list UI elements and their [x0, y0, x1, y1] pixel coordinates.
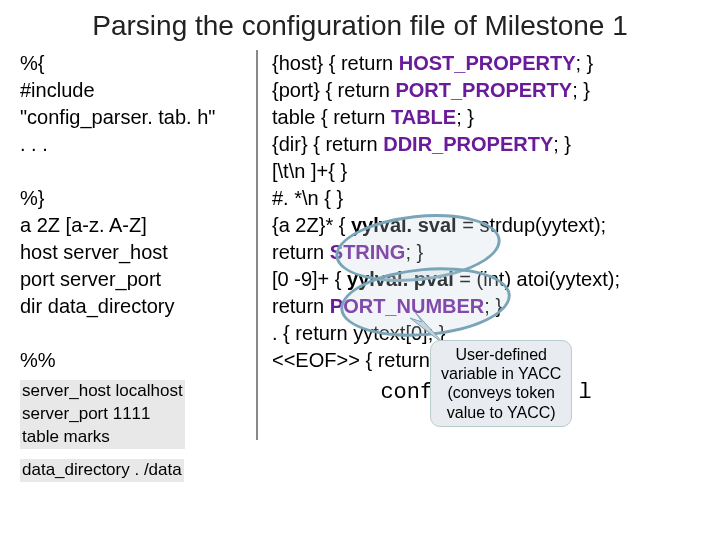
code-line: %{ [20, 50, 250, 77]
code-line: %% [20, 347, 250, 374]
code-line: [0 -9]+ { yylval. pval = (int) atoi(yyte… [272, 266, 700, 293]
code-line: {a 2Z}* { yylval. sval = strdup(yytext); [272, 212, 700, 239]
config-snippet: data_directory . /data [20, 459, 184, 482]
code-line: {dir} { return DDIR_PROPERTY; } [272, 131, 700, 158]
token: TABLE [391, 106, 456, 128]
cfg-line: server_port 1111 [22, 403, 183, 426]
code-line: {port} { return PORT_PROPERTY; } [272, 77, 700, 104]
token: STRING [330, 241, 406, 263]
callout-line: (conveys token [441, 383, 561, 402]
callout-line: variable in YACC [441, 364, 561, 383]
code-line: #. *\n { } [272, 185, 700, 212]
code-line: [\t\n ]+{ } [272, 158, 700, 185]
content-area: %{ #include "config_parser. tab. h" . . … [20, 50, 700, 482]
callout-line: value to YACC) [441, 403, 561, 422]
slide-title: Parsing the configuration file of Milest… [20, 10, 700, 42]
token: PORT_PROPERTY [395, 79, 572, 101]
code-line: {host} { return HOST_PROPERTY; } [272, 50, 700, 77]
code-line: return PORT_NUMBER; } [272, 293, 700, 320]
yylval-sval: yylval. sval [351, 214, 457, 236]
code-line: . . . [20, 131, 250, 158]
cfg-line: data_directory . /data [22, 459, 182, 482]
token: HOST_PROPERTY [399, 52, 576, 74]
yylval-pval: yylval. pval [347, 268, 454, 290]
cfg-line: table marks [22, 426, 183, 449]
token: DDIR_PROPERTY [383, 133, 553, 155]
column-divider [256, 50, 258, 440]
code-line: return STRING; } [272, 239, 700, 266]
code-line: port server_port [20, 266, 250, 293]
code-line: %} [20, 185, 250, 212]
config-snippet: server_host localhost server_port 1111 t… [20, 380, 185, 449]
callout-line: User-defined [441, 345, 561, 364]
left-column: %{ #include "config_parser. tab. h" . . … [20, 50, 250, 482]
code-line: "config_parser. tab. h" [20, 104, 250, 131]
code-line: #include [20, 77, 250, 104]
code-line: table { return TABLE; } [272, 104, 700, 131]
cfg-line: server_host localhost [22, 380, 183, 403]
code-line: dir data_directory [20, 293, 250, 320]
code-line: a 2Z [a-z. A-Z] [20, 212, 250, 239]
callout-box: User-defined variable in YACC (conveys t… [430, 340, 572, 427]
code-line: host server_host [20, 239, 250, 266]
